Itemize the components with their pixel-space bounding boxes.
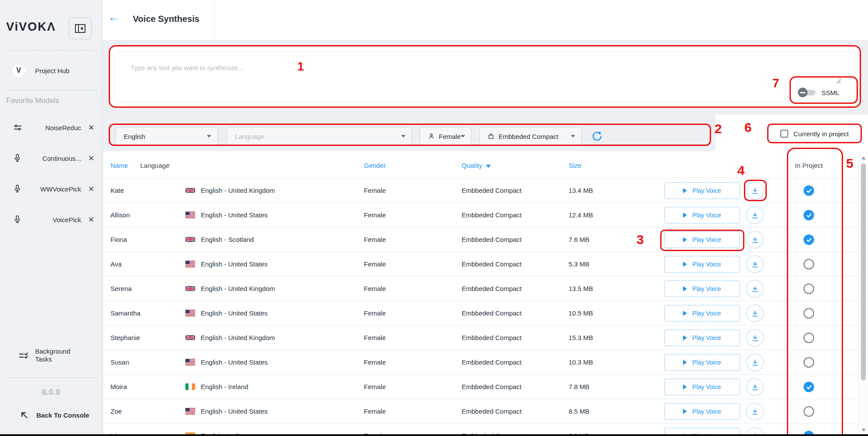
close-icon[interactable]: ✕ (87, 215, 95, 224)
play-icon (683, 384, 687, 390)
divider (5, 377, 97, 378)
gender-dropdown[interactable]: Female (420, 127, 471, 145)
voice-size: 5.3 MB (569, 260, 590, 268)
play-voice-button[interactable]: Play Voice (664, 280, 740, 297)
download-voice-button[interactable] (746, 182, 764, 199)
in-project-check-icon[interactable] (804, 210, 814, 220)
uk-flag-icon (185, 236, 195, 243)
play-icon (683, 311, 687, 316)
scrollbar-thumb[interactable] (861, 163, 866, 380)
voice-name: Fiona (110, 236, 127, 243)
play-voice-button[interactable]: Play Voice (664, 330, 740, 346)
play-voice-button[interactable]: Play Voice (664, 207, 740, 223)
download-voice-button[interactable] (746, 305, 764, 322)
voice-size: 7.8 MB (569, 383, 590, 390)
ssml-toggle[interactable] (798, 88, 815, 97)
voice-gender: Female (364, 211, 386, 219)
voice-gender: Female (364, 383, 386, 390)
voice-gender: Female (364, 236, 386, 243)
download-voice-button[interactable] (746, 378, 764, 396)
collapse-sidebar-button[interactable] (69, 18, 92, 39)
resize-handle-icon[interactable] (836, 78, 842, 84)
sort-desc-icon (486, 165, 491, 168)
currently-in-project-checkbox[interactable] (780, 130, 788, 138)
voice-name: Moira (110, 383, 127, 390)
back-to-console-button[interactable]: Back To Console (0, 411, 102, 419)
language-dropdown[interactable]: Language (227, 127, 412, 145)
play-voice-button[interactable]: Play Voice (664, 379, 740, 395)
sidebar-item-project-hub[interactable]: V Project Hub (0, 60, 102, 81)
column-header-size[interactable]: Size (569, 162, 581, 169)
voice-name: Stephanie (110, 334, 140, 341)
sidebar-item-continuous[interactable]: Continuous...✕ (0, 149, 102, 167)
close-icon[interactable]: ✕ (87, 123, 95, 132)
in-project-empty-circle[interactable] (804, 357, 814, 368)
download-voice-button[interactable] (746, 354, 764, 371)
column-header-gender[interactable]: Gender (364, 162, 386, 169)
quality-dropdown[interactable]: Embbeded Compact (479, 127, 582, 145)
accent-dropdown-value: English (124, 133, 145, 140)
close-icon[interactable]: ✕ (87, 184, 95, 194)
chevron-down-icon (401, 135, 406, 138)
in-project-empty-circle[interactable] (804, 259, 814, 269)
toggle-knob (798, 88, 808, 97)
chevron-down-icon (461, 135, 465, 138)
voices-table: Name Language Gender Quality Size In Pro… (103, 151, 868, 436)
column-header-name[interactable]: Name (110, 162, 128, 169)
download-voice-button[interactable] (746, 206, 764, 224)
us-flag-icon (185, 408, 195, 415)
in-project-check-icon[interactable] (804, 185, 814, 196)
voice-size: 8.5 MB (569, 408, 590, 415)
sidebar-item-wwvoicepick[interactable]: WWVoicePick✕ (0, 180, 102, 198)
reset-filters-button[interactable] (591, 130, 604, 143)
in-project-empty-circle[interactable] (804, 308, 814, 319)
page-title: Voice Synthesis (133, 14, 199, 24)
download-voice-button[interactable] (746, 231, 764, 248)
voice-size: 15.3 MB (569, 334, 593, 341)
accent-dropdown[interactable]: English (115, 127, 218, 145)
sidebar-item-voicepick[interactable]: VoicePick✕ (0, 210, 102, 229)
play-voice-button[interactable]: Play Voice (664, 256, 740, 273)
voice-name: Susan (110, 358, 129, 366)
voice-quality: Embbeded Compact (462, 408, 522, 415)
ssml-label: SSML (822, 89, 840, 96)
play-voice-button[interactable]: Play Voice (664, 354, 740, 371)
voice-name: Kate (110, 187, 124, 194)
close-icon[interactable]: ✕ (87, 154, 95, 163)
scroll-down-arrow[interactable] (861, 429, 866, 432)
voice-language: English - United States (201, 358, 268, 366)
column-header-quality[interactable]: Quality (462, 162, 491, 169)
in-project-empty-circle[interactable] (804, 333, 814, 343)
synthesize-textarea[interactable]: Type any text you want to synthesize... (114, 51, 856, 102)
play-voice-button[interactable]: Play Voice (664, 305, 740, 322)
play-voice-button[interactable]: Play Voice (664, 182, 740, 199)
download-voice-button[interactable] (746, 403, 764, 420)
voice-quality: Embbeded Compact (462, 211, 522, 219)
play-icon (683, 409, 687, 414)
download-voice-button[interactable] (746, 255, 764, 273)
play-icon (683, 188, 687, 193)
download-voice-button[interactable] (746, 329, 764, 347)
sidebar-item-noisereduc[interactable]: NoiseReduc✕ (0, 118, 102, 137)
sidebar-item-background-tasks[interactable]: Background Tasks (0, 347, 102, 363)
vivoka-v-icon: V (12, 64, 25, 78)
in-project-check-icon[interactable] (804, 382, 814, 392)
voice-name: Allison (110, 211, 130, 219)
play-voice-button[interactable]: Play Voice (664, 403, 740, 420)
play-voice-button[interactable]: Play Voice (664, 231, 740, 248)
scroll-up-arrow[interactable] (861, 156, 866, 160)
play-icon (683, 286, 687, 291)
in-project-empty-circle[interactable] (804, 406, 814, 417)
back-arrow-icon[interactable]: ← (108, 11, 120, 23)
in-project-check-icon[interactable] (804, 234, 814, 245)
in-project-empty-circle[interactable] (804, 284, 814, 294)
download-voice-button[interactable] (746, 280, 764, 298)
currently-in-project-filter[interactable]: Currently in project (780, 130, 849, 138)
favorite-model-label: WWVoicePick (24, 185, 87, 193)
download-icon (751, 408, 759, 416)
uk-flag-icon (185, 334, 195, 341)
voice-language: English - United States (201, 408, 268, 415)
table-scrollbar[interactable] (858, 151, 868, 436)
voice-size: 10.3 MB (569, 358, 593, 366)
bag-icon (487, 133, 494, 140)
